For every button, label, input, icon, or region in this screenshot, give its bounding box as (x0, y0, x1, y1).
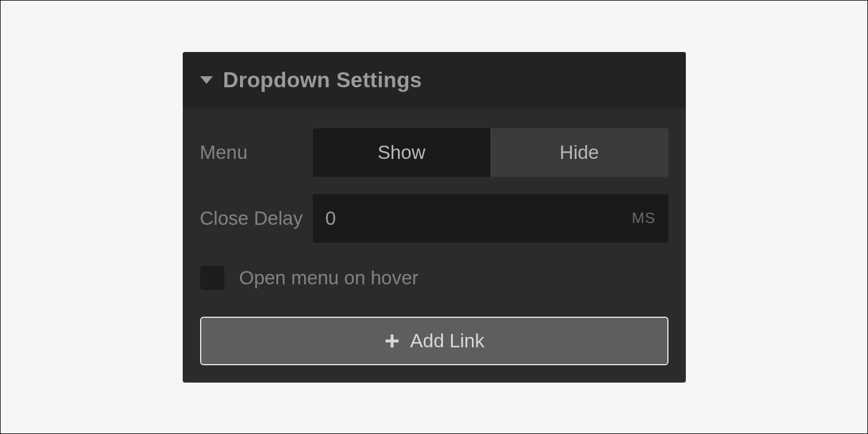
menu-show-button[interactable]: Show (313, 128, 491, 177)
menu-hide-button[interactable]: Hide (490, 128, 668, 177)
add-link-label: Add Link (410, 330, 484, 352)
close-delay-label: Close Delay (200, 206, 313, 230)
menu-toggle-group: Show Hide (313, 128, 668, 177)
close-delay-input[interactable] (326, 207, 632, 229)
plus-icon (383, 332, 401, 350)
menu-label: Menu (200, 140, 313, 164)
panel-title: Dropdown Settings (223, 68, 422, 92)
hover-checkbox[interactable] (200, 266, 224, 290)
chevron-down-icon (200, 76, 213, 84)
panel-header[interactable]: Dropdown Settings (183, 52, 686, 109)
hover-checkbox-label: Open menu on hover (239, 267, 419, 289)
close-delay-unit: MS (632, 209, 656, 227)
add-link-button[interactable]: Add Link (200, 317, 668, 365)
close-delay-row: Close Delay MS (200, 194, 668, 243)
hover-checkbox-row: Open menu on hover (200, 266, 668, 290)
menu-row: Menu Show Hide (200, 128, 668, 177)
dropdown-settings-panel: Dropdown Settings Menu Show Hide Close D… (183, 52, 686, 383)
panel-body: Menu Show Hide Close Delay MS Open menu … (183, 109, 686, 383)
close-delay-input-wrap: MS (313, 194, 668, 243)
